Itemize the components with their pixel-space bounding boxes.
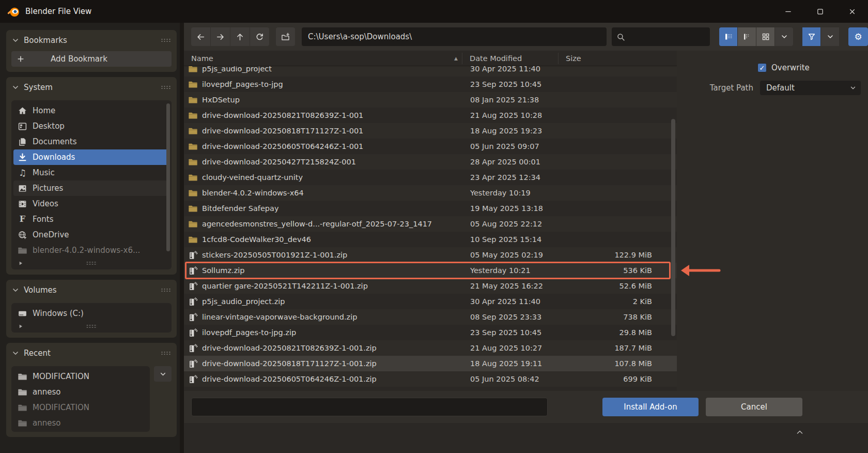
- sidebar-item-home[interactable]: Home: [13, 103, 169, 118]
- file-list-area: Name ▲ Date Modified Size p5js_audio_pro…: [184, 51, 677, 391]
- file-row-1cfcd8-codewalker30-dev46[interactable]: 1cfcd8-CodeWalker30_dev4610 Sep 2025 15:…: [184, 232, 677, 247]
- blender-logo-icon: [7, 5, 20, 18]
- file-row-sollumz-zip[interactable]: Sollumz.zipYesterday 10:21536 KiB: [184, 263, 677, 278]
- file-row-stickers-20250505t001921z-1-001-zip[interactable]: stickers-20250505T001921Z-1-001.zip05 Ma…: [184, 247, 677, 263]
- view-thumbnails-button[interactable]: [756, 27, 774, 46]
- path-input[interactable]: C:\Users\a-sop\Downloads\: [302, 27, 607, 46]
- target-path-value: Default: [766, 83, 795, 93]
- filter-button[interactable]: [802, 27, 820, 46]
- view-detailed-list-button[interactable]: [738, 27, 756, 46]
- system-header[interactable]: System: [11, 81, 172, 94]
- file-row-drive-download-20250605t064246z-1-001-zip[interactable]: drive-download-20250605T064246Z-1-001.zi…: [184, 371, 677, 387]
- file-name: HxDSetup: [202, 96, 240, 104]
- folder-icon: [188, 80, 198, 89]
- maximize-button[interactable]: [804, 0, 836, 23]
- file-date: 08 Jan 2025 21:38: [463, 96, 559, 104]
- sidebar-item-anneso[interactable]: anneso: [13, 384, 148, 400]
- filter-settings-dropdown-button[interactable]: [821, 27, 839, 46]
- file-rows: p5js_audio_project30 Apr 2025 11:40ilove…: [184, 66, 677, 391]
- file-name: linear-vintage-vaporwave-background.zip: [202, 313, 357, 321]
- volumes-panel: Volumes Windows (C:): [6, 280, 177, 338]
- folder-icon: [188, 95, 198, 105]
- filename-input[interactable]: [191, 398, 548, 416]
- panel-grip-handle[interactable]: [161, 38, 172, 42]
- display-settings-dropdown-button[interactable]: [775, 27, 793, 46]
- file-row-linear-vintage-vaporwave-background-zip[interactable]: linear-vintage-vaporwave-background.zip0…: [184, 309, 677, 325]
- file-name: stickers-20250505T001921Z-1-001.zip: [202, 251, 347, 259]
- file-row-ilovepdf-pages-to-jpg-zip[interactable]: ilovepdf_pages-to-jpg.zip23 Sep 2025 10:…: [184, 325, 677, 340]
- add-bookmark-button[interactable]: Add Bookmark: [11, 51, 172, 67]
- file-row-p5js-audio-project-zip[interactable]: p5js_audio_project.zip30 Apr 2025 11:402…: [184, 294, 677, 309]
- file-row-p5js-audio-project[interactable]: p5js_audio_project30 Apr 2025 11:40: [184, 66, 677, 77]
- file-row-drive-download-20250818t171127z-1-001-zip[interactable]: drive-download-20250818T171127Z-1-001.zi…: [184, 356, 677, 371]
- sidebar-item-downloads[interactable]: Downloads: [13, 149, 169, 165]
- sidebar-item-pictures[interactable]: Pictures: [13, 180, 169, 196]
- file-row-drive-download-20250605t064246z-1-001[interactable]: drive-download-20250605T064246Z-1-00105 …: [184, 139, 677, 154]
- sidebar-item-modification[interactable]: MODIFICATION: [13, 369, 148, 384]
- back-button[interactable]: [191, 27, 210, 46]
- search-icon: [616, 33, 625, 41]
- zip-file-icon: [188, 343, 198, 353]
- file-row-agencedesmonstres-yellow-d-regular-otf-2025-07-23-1417[interactable]: agencedesmonstres_yellow-d...-regular-ot…: [184, 216, 677, 232]
- sidebar-item-anneso[interactable]: anneso: [13, 415, 148, 431]
- sidebar-item-fonts[interactable]: FFonts: [13, 212, 169, 227]
- list-resize-grip[interactable]: [86, 324, 97, 328]
- column-header-size[interactable]: Size: [559, 54, 677, 63]
- minimize-button[interactable]: [772, 0, 804, 23]
- folder-icon: [188, 126, 198, 136]
- column-header-date[interactable]: Date Modified: [462, 54, 558, 63]
- collapse-chevron-icon[interactable]: [796, 428, 804, 436]
- file-date: 08 Sep 2025 23:33: [463, 313, 559, 321]
- recent-options-button[interactable]: [154, 366, 172, 382]
- file-row-ilovepdf-pages-to-jpg[interactable]: ilovepdf_pages-to-jpg23 Sep 2025 10:45: [184, 77, 677, 92]
- sidebar-item-music[interactable]: ♫Music: [13, 165, 169, 180]
- zip-file-icon: [188, 328, 198, 338]
- sidebar-item-windows-c[interactable]: Windows (C:): [13, 306, 169, 321]
- sidebar-item-desktop[interactable]: Desktop: [13, 118, 169, 134]
- sidebar-item-onedrive[interactable]: OneDrive: [13, 227, 169, 243]
- bookmarks-header[interactable]: Bookmarks: [11, 34, 172, 47]
- view-vertical-list-button[interactable]: [719, 27, 737, 46]
- file-name-cell: stickers-20250505T001921Z-1-001.zip: [184, 250, 463, 260]
- sidebar-item-videos[interactable]: Videos: [13, 196, 169, 212]
- panel-grip-handle[interactable]: [161, 351, 172, 355]
- file-row-drive-download-20250821t082639z-1-001[interactable]: drive-download-20250821T082639Z-1-00121 …: [184, 108, 677, 123]
- system-scrollbar[interactable]: [166, 103, 170, 251]
- file-date: 30 Apr 2025 11:40: [463, 297, 559, 306]
- file-name: drive-download-20250605T064246Z-1-001.zi…: [202, 375, 377, 383]
- create-new-directory-button[interactable]: [276, 27, 295, 46]
- volumes-header[interactable]: Volumes: [11, 283, 172, 297]
- close-button[interactable]: [836, 0, 868, 23]
- file-row-drive-download-20250818t171127z-1-001[interactable]: drive-download-20250818T171127Z-1-00118 …: [184, 123, 677, 139]
- file-name: Sollumz.zip: [202, 266, 245, 275]
- up-button[interactable]: [230, 27, 250, 46]
- folder-icon: [188, 173, 198, 183]
- execute-bar: Install Add-on Cancel: [184, 391, 868, 423]
- file-list-scrollbar[interactable]: [671, 119, 675, 336]
- panel-grip-handle[interactable]: [161, 288, 172, 292]
- file-row-hxdsetup[interactable]: HxDSetup08 Jan 2025 21:38: [184, 92, 677, 108]
- install-addon-button[interactable]: Install Add-on: [602, 398, 699, 416]
- list-resize-grip[interactable]: [86, 261, 97, 265]
- refresh-button[interactable]: [250, 27, 269, 46]
- file-row-quartier-gare-20250521t142211z-1-001-zip[interactable]: quartier gare-20250521T142211Z-1-001.zip…: [184, 278, 677, 294]
- recent-header[interactable]: Recent: [11, 346, 172, 360]
- sidebar-item-documents[interactable]: Documents: [13, 134, 169, 149]
- settings-gear-button[interactable]: ⚙: [848, 27, 868, 46]
- search-input[interactable]: [612, 27, 710, 46]
- file-row-bitdefender-safepay[interactable]: Bitdefender Safepay19 May 2025 13:18: [184, 201, 677, 216]
- file-row-blender-4-0-2-windows-x64[interactable]: blender-4.0.2-windows-x64Yesterday 10:19: [184, 185, 677, 201]
- overwrite-checkbox[interactable]: ✓: [757, 63, 767, 72]
- file-row-drive-download-20250821t082639z-1-001-zip[interactable]: drive-download-20250821T082639Z-1-001.zi…: [184, 340, 677, 356]
- panel-grip-handle[interactable]: [161, 85, 172, 89]
- target-path-dropdown[interactable]: Default: [760, 81, 861, 95]
- file-row-cloudy-veined-quartz-unity[interactable]: cloudy-veined-quartz-unity23 Apr 2025 12…: [184, 170, 677, 185]
- file-name: ilovepdf_pages-to-jpg.zip: [202, 328, 296, 337]
- column-header-name[interactable]: Name ▲: [184, 54, 462, 63]
- file-row-drive-download-20250427t215824z-001[interactable]: drive-download-20250427T215824Z-00128 Ap…: [184, 154, 677, 170]
- forward-button[interactable]: [211, 27, 230, 46]
- sidebar-item-modification[interactable]: MODIFICATION: [13, 400, 148, 415]
- cancel-button[interactable]: Cancel: [706, 398, 802, 416]
- file-date: Yesterday 10:21: [463, 266, 559, 275]
- sidebar-item-blender-4-0-2-windows-x6[interactable]: blender-4.0.2-windows-x6...: [13, 243, 169, 258]
